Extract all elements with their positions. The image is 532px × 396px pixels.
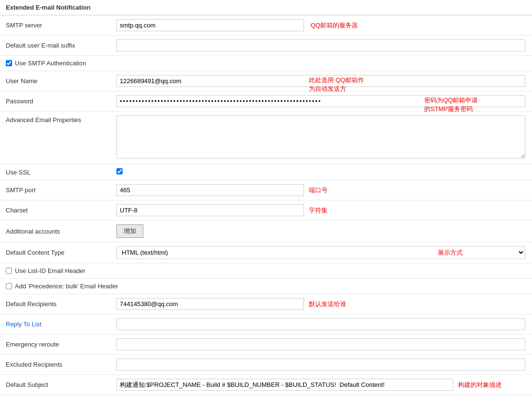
default-subject-label: Default Subject	[0, 375, 111, 395]
password-annotation-line1: 密码为QQ邮箱申请	[424, 96, 478, 105]
excluded-recipients-cell	[111, 355, 532, 375]
additional-accounts-label: Additional accounts	[0, 221, 111, 242]
charset-label: Charset	[0, 200, 111, 221]
smtp-port-label: SMTP port	[0, 180, 111, 200]
smtp-auth-label: Use SMTP Authentication	[6, 60, 526, 67]
recipients-input[interactable]	[116, 298, 304, 310]
reply-to-link[interactable]: Reply To List	[6, 321, 41, 328]
emergency-reroute-input[interactable]	[116, 338, 525, 350]
charset-wrapper: 字符集	[116, 204, 526, 216]
email-suffix-cell	[111, 36, 532, 56]
charset-input[interactable]	[116, 204, 304, 216]
email-suffix-input[interactable]	[116, 39, 525, 51]
default-subject-wrapper: 构建的对象描述	[116, 379, 526, 391]
smtp-auth-row: Use SMTP Authentication	[0, 56, 532, 71]
smtp-server-label: SMTP server	[0, 15, 111, 36]
section-title-text: Extended E-mail Notification	[6, 4, 90, 11]
username-wrapper: 此处选用 QQ邮箱作 为自动发送方	[116, 75, 526, 87]
reply-to-cell	[111, 314, 532, 334]
smtp-auth-cell: Use SMTP Authentication	[0, 56, 532, 71]
smtp-server-input[interactable]	[116, 19, 304, 31]
default-subject-row: Default Subject 构建的对象描述	[0, 375, 532, 395]
emergency-reroute-cell	[111, 334, 532, 355]
default-subject-input[interactable]	[116, 379, 453, 391]
reply-to-input[interactable]	[116, 318, 525, 330]
excluded-recipients-label: Excluded Recipients	[0, 355, 111, 375]
charset-cell: 字符集	[111, 200, 532, 221]
additional-accounts-cell: 增加	[111, 221, 532, 242]
content-type-select[interactable]: HTML (text/html)Plain Text (text/plain)	[116, 246, 525, 259]
use-ssl-label: Use SSL	[0, 164, 111, 180]
form-table: SMTP server QQ邮箱的服务器 Default user E-mail…	[0, 15, 532, 395]
default-subject-cell: 构建的对象描述	[111, 375, 532, 395]
smtp-server-annotation: QQ邮箱的服务器	[311, 22, 358, 29]
charset-row: Charset 字符集	[0, 200, 532, 221]
charset-annotation: 字符集	[309, 206, 328, 215]
excluded-recipients-input[interactable]	[116, 359, 525, 371]
smtp-server-cell: QQ邮箱的服务器	[111, 15, 532, 36]
reply-to-label: Reply To List	[0, 314, 111, 334]
default-subject-annotation: 构建的对象描述	[458, 381, 502, 389]
precedence-row: Add 'Precedence: bulk' Email Header	[0, 279, 532, 294]
precedence-checkbox[interactable]	[6, 283, 12, 289]
smtp-server-row: SMTP server QQ邮箱的服务器	[0, 15, 532, 36]
section-title: Extended E-mail Notification	[0, 0, 532, 15]
recipients-cell: 默认发送给谁	[111, 294, 532, 314]
use-ssl-row: Use SSL	[0, 164, 532, 180]
content-type-cell: HTML (text/html)Plain Text (text/plain) …	[111, 242, 532, 263]
precedence-cell: Add 'Precedence: bulk' Email Header	[0, 279, 532, 294]
content-type-row: Default Content Type HTML (text/html)Pla…	[0, 242, 532, 263]
advanced-props-textarea[interactable]	[116, 115, 525, 159]
content-type-label: Default Content Type	[0, 242, 111, 263]
smtp-port-cell: 端口号	[111, 180, 532, 200]
advanced-props-row: Advanced Email Properties	[0, 111, 532, 164]
recipients-row: Default Recipients 默认发送给谁	[0, 294, 532, 314]
username-row: User Name 此处选用 QQ邮箱作 为自动发送方	[0, 71, 532, 91]
password-wrapper: 密码为QQ邮箱申请 的STMP服务密码	[116, 95, 526, 107]
password-row: Password 密码为QQ邮箱申请 的STMP服务密码	[0, 91, 532, 111]
smtp-port-row: SMTP port 端口号	[0, 180, 532, 200]
username-label: User Name	[0, 71, 111, 91]
page-container: Extended E-mail Notification SMTP server…	[0, 0, 532, 396]
list-id-cell: Use List-ID Email Header	[0, 263, 532, 279]
use-ssl-cell	[111, 164, 532, 180]
recipients-label: Default Recipients	[0, 294, 111, 314]
smtp-port-wrapper: 端口号	[116, 184, 526, 196]
list-id-row: Use List-ID Email Header	[0, 263, 532, 279]
email-suffix-row: Default user E-mail suffix	[0, 36, 532, 56]
smtp-auth-checkbox[interactable]	[6, 60, 12, 66]
smtp-server-wrapper: QQ邮箱的服务器	[116, 19, 526, 31]
excluded-recipients-row: Excluded Recipients	[0, 355, 532, 375]
advanced-props-label: Advanced Email Properties	[0, 111, 111, 164]
smtp-port-input[interactable]	[116, 184, 304, 196]
password-cell: 密码为QQ邮箱申请 的STMP服务密码	[111, 91, 532, 111]
use-ssl-checkbox[interactable]	[116, 168, 123, 174]
recipients-annotation: 默认发送给谁	[309, 300, 346, 309]
advanced-props-cell	[111, 111, 532, 164]
smtp-port-annotation: 端口号	[309, 186, 328, 195]
content-type-annotation: 展示方式	[438, 248, 463, 257]
username-cell: 此处选用 QQ邮箱作 为自动发送方	[111, 71, 532, 91]
content-type-wrapper: HTML (text/html)Plain Text (text/plain) …	[116, 246, 526, 259]
reply-to-row: Reply To List	[0, 314, 532, 334]
precedence-label: Add 'Precedence: bulk' Email Header	[6, 283, 526, 290]
add-account-button[interactable]: 增加	[116, 224, 143, 238]
email-suffix-label: Default user E-mail suffix	[0, 36, 111, 56]
additional-accounts-row: Additional accounts 增加	[0, 221, 532, 242]
emergency-reroute-label: Emergency reroute	[0, 334, 111, 355]
list-id-checkbox[interactable]	[6, 268, 12, 274]
password-label: Password	[0, 91, 111, 111]
recipients-wrapper: 默认发送给谁	[116, 298, 526, 310]
list-id-label: Use List-ID Email Header	[6, 267, 526, 274]
emergency-reroute-row: Emergency reroute	[0, 334, 532, 355]
username-annotation-line1: 此处选用 QQ邮箱作	[309, 76, 364, 85]
